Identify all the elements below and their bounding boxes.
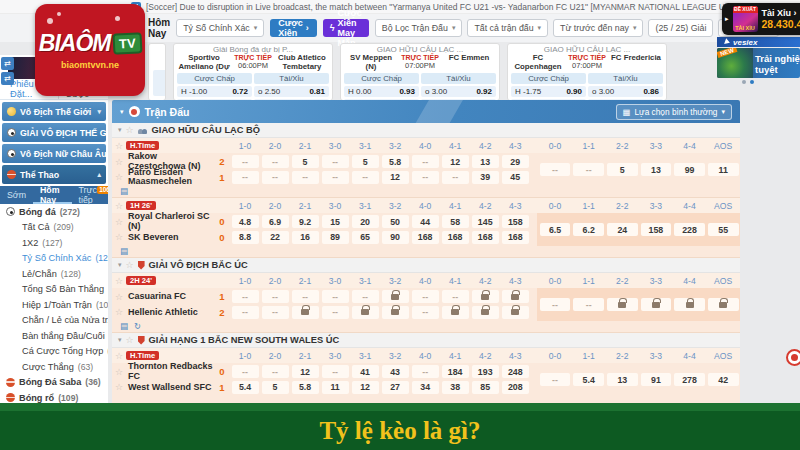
draw-odds-cell[interactable]: 5 — [607, 163, 638, 176]
star-icon[interactable]: ☆ — [112, 157, 126, 167]
star-icon[interactable]: ☆ — [112, 217, 126, 227]
draw-odds-cell[interactable]: 6.5 — [540, 223, 571, 236]
odds-cell[interactable]: -- — [232, 365, 259, 378]
experience-banner[interactable]: NEW Trải nghiệm tuyệt — [717, 48, 800, 78]
draw-odds-cell[interactable] — [708, 298, 739, 311]
draw-odds-cell[interactable]: 99 — [674, 163, 705, 176]
star-icon[interactable]: ☆ — [112, 276, 126, 286]
draw-odds-cell[interactable]: 11 — [708, 163, 739, 176]
odds-cell[interactable]: 5 — [352, 155, 379, 168]
odds-cell[interactable] — [472, 290, 499, 303]
odds-cell[interactable]: -- — [412, 155, 439, 168]
odds-cell[interactable]: 44 — [412, 215, 439, 228]
sidebar-item-10[interactable]: Cược Thắng(63) — [0, 359, 108, 375]
sidebar-item-1[interactable]: Tất Cả(209) — [0, 220, 108, 236]
draw-odds-cell[interactable]: -- — [540, 298, 571, 311]
odds-cell[interactable]: 13 — [472, 155, 499, 168]
draw-odds-cell[interactable]: 91 — [641, 373, 672, 386]
sidebar-item-0[interactable]: Bóng đá(272) — [0, 204, 108, 220]
odds-cell[interactable]: -- — [412, 306, 439, 319]
odds-cell[interactable]: 90 — [382, 231, 409, 244]
star-icon[interactable]: ☆ — [112, 201, 126, 211]
star-icon[interactable]: ☆ — [126, 260, 134, 270]
star-icon[interactable]: ☆ — [112, 232, 126, 242]
star-icon[interactable]: ☆ — [112, 172, 126, 182]
draw-odds-cell[interactable]: -- — [573, 298, 604, 311]
odds-cell[interactable]: -- — [412, 365, 439, 378]
normal-pick-button[interactable]: ▦ Lựa chọn bình thường ▾ — [616, 104, 732, 120]
odds-cell[interactable]: -- — [262, 365, 289, 378]
draw-odds-cell[interactable]: -- — [540, 373, 571, 386]
odds-cell[interactable]: 158 — [502, 215, 529, 228]
odds-cell[interactable] — [442, 306, 469, 319]
odds-cell[interactable]: 5.8 — [292, 381, 319, 394]
odds-cell[interactable]: o 3.000.92 — [421, 86, 496, 97]
odds-cell[interactable]: -- — [322, 171, 349, 184]
odds-cell[interactable]: 50 — [382, 215, 409, 228]
tab-today-sport[interactable]: Hôm Nay — [33, 186, 72, 204]
odds-cell[interactable]: H -1.750.90 — [511, 86, 586, 97]
odds-cell[interactable]: 184 — [442, 365, 469, 378]
odds-cell[interactable]: 29 — [502, 155, 529, 168]
parlay-button[interactable]: Cược Xiên › — [270, 19, 316, 37]
draw-odds-cell[interactable]: 5.4 — [573, 373, 604, 386]
carousel-dots[interactable] — [742, 80, 754, 84]
odds-cell[interactable]: 43 — [382, 365, 409, 378]
odds-cell[interactable]: 16 — [292, 231, 319, 244]
odds-cell[interactable]: -- — [352, 290, 379, 303]
odds-cell[interactable] — [382, 290, 409, 303]
draw-odds-cell[interactable]: 158 — [641, 223, 672, 236]
odds-cell[interactable]: 89 — [322, 231, 349, 244]
odds-cell[interactable]: 11 — [322, 381, 349, 394]
odds-cell[interactable] — [472, 306, 499, 319]
odds-cell[interactable]: 34 — [412, 381, 439, 394]
odds-cell[interactable]: 41 — [352, 365, 379, 378]
brand-banner[interactable]: vesiex — [717, 37, 800, 47]
sidebar-item-5[interactable]: Tổng Số Bàn Thắng(119) — [0, 282, 108, 298]
odds-cell[interactable]: o 2.500.81 — [254, 86, 329, 97]
odds-cell[interactable]: 27 — [382, 381, 409, 394]
odds-cell[interactable] — [502, 290, 529, 303]
sidebar-accordion-0[interactable]: Vô Địch Thế Giới▾ — [2, 102, 106, 121]
sidebar-item-8[interactable]: Bàn thắng Đầu/Cuối(82) — [0, 328, 108, 344]
draw-odds-cell[interactable]: 278 — [674, 373, 705, 386]
star-icon[interactable]: ☆ — [112, 351, 126, 361]
odds-cell[interactable]: 5.8 — [382, 155, 409, 168]
floating-support-button[interactable] — [786, 349, 800, 366]
odds-cell[interactable]: -- — [412, 290, 439, 303]
odds-cell[interactable] — [502, 306, 529, 319]
odds-cell[interactable]: 208 — [502, 381, 529, 394]
filter-dropdown-2[interactable]: Từ trước đến nay▾ — [553, 19, 643, 37]
odds-cell[interactable]: -- — [442, 290, 469, 303]
draw-odds-cell[interactable]: 55 — [708, 223, 739, 236]
filter-dropdown-3[interactable]: (25 / 25) Giải — [648, 19, 713, 37]
odds-cell[interactable]: 58 — [442, 215, 469, 228]
draw-odds-cell[interactable]: 6.2 — [573, 223, 604, 236]
odds-cell[interactable]: -- — [232, 290, 259, 303]
filter-dropdown-0[interactable]: Bộ Lọc Trận Đấu▾ — [375, 19, 463, 37]
odds-cell[interactable]: 65 — [352, 231, 379, 244]
odds-cell[interactable]: -- — [262, 306, 289, 319]
filter-dropdown-1[interactable]: Tất cả trận đấu▾ — [467, 19, 548, 37]
betslip-icon[interactable]: ▤ — [120, 322, 128, 331]
sidebar-item-6[interactable]: Hiệp 1/Toàn Trận(108) — [0, 297, 108, 313]
odds-cell[interactable]: 193 — [472, 365, 499, 378]
odds-cell[interactable]: -- — [322, 290, 349, 303]
chevron-down-icon[interactable]: ▾ — [120, 108, 124, 116]
odds-cell[interactable]: -- — [262, 155, 289, 168]
star-icon[interactable]: ☆ — [126, 335, 134, 345]
odds-cell[interactable]: 20 — [352, 215, 379, 228]
refresh-icon[interactable]: ↻ — [134, 322, 141, 331]
odds-cell[interactable]: -- — [232, 155, 259, 168]
odds-cell[interactable] — [352, 306, 379, 319]
odds-cell[interactable]: -- — [442, 171, 469, 184]
sidebar-item-4[interactable]: Lẻ/Chẵn(128) — [0, 266, 108, 282]
featured-match-panel[interactable]: GIAO HỮU CÂU LẠC ...FC Copenhagen (N)TRỰ… — [507, 43, 667, 101]
swap-icon[interactable]: ⇄ — [1, 72, 14, 85]
odds-cell[interactable]: 5 — [292, 155, 319, 168]
sidebar-item-7[interactable]: Chẵn / Lẻ của Nửa tr...(105) — [0, 313, 108, 329]
draw-odds-cell[interactable]: 228 — [674, 223, 705, 236]
draw-odds-cell[interactable]: 13 — [641, 163, 672, 176]
odds-cell[interactable]: 248 — [502, 365, 529, 378]
odds-cell[interactable]: 22 — [262, 231, 289, 244]
